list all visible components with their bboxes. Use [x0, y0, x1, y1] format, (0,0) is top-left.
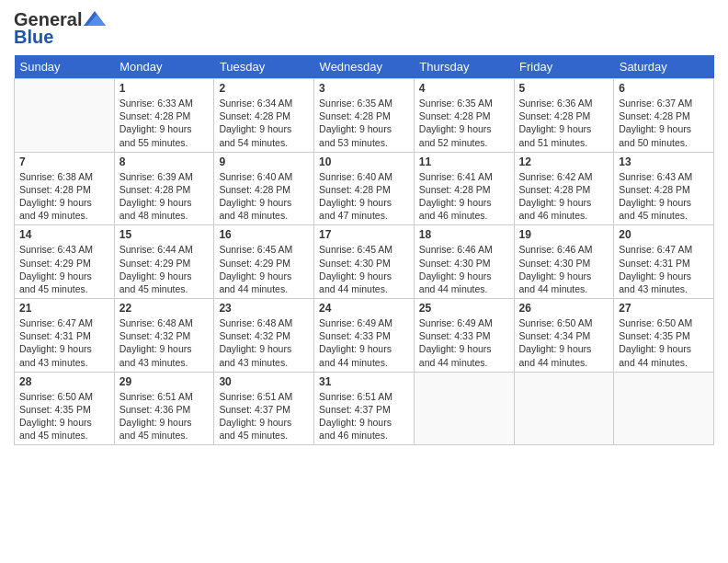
day-info: Sunrise: 6:41 AMSunset: 4:28 PMDaylight:…: [419, 170, 509, 223]
calendar-day-cell: 5Sunrise: 6:36 AMSunset: 4:28 PMDaylight…: [514, 79, 614, 153]
day-info: Sunrise: 6:35 AMSunset: 4:28 PMDaylight:…: [419, 97, 509, 149]
day-info: Sunrise: 6:50 AMSunset: 4:35 PMDaylight:…: [619, 316, 709, 369]
day-number: 11: [419, 155, 509, 168]
day-number: 14: [19, 228, 109, 241]
day-number: 23: [219, 302, 309, 315]
logo-icon: [84, 9, 106, 28]
day-info: Sunrise: 6:40 AMSunset: 4:28 PMDaylight:…: [219, 170, 309, 223]
day-info: Sunrise: 6:47 AMSunset: 4:31 PMDaylight:…: [19, 316, 109, 369]
day-number: 18: [419, 228, 509, 241]
calendar-day-cell: 13Sunrise: 6:43 AMSunset: 4:28 PMDayligh…: [614, 152, 714, 225]
calendar-day-cell: 17Sunrise: 6:45 AMSunset: 4:30 PMDayligh…: [314, 225, 415, 299]
day-number: 31: [319, 375, 409, 388]
calendar-day-cell: 27Sunrise: 6:50 AMSunset: 4:35 PMDayligh…: [614, 299, 714, 373]
day-number: 25: [419, 302, 509, 315]
page-header: General Blue: [14, 9, 714, 48]
day-number: 1: [119, 82, 210, 95]
day-number: 16: [219, 228, 309, 241]
day-info: Sunrise: 6:51 AMSunset: 4:36 PMDaylight:…: [119, 390, 210, 442]
day-number: 27: [619, 302, 709, 315]
calendar-week-row: 14Sunrise: 6:43 AMSunset: 4:29 PMDayligh…: [15, 225, 714, 299]
calendar-day-cell: [414, 372, 514, 445]
day-number: 24: [319, 302, 409, 315]
day-number: 3: [319, 82, 409, 95]
day-info: Sunrise: 6:46 AMSunset: 4:30 PMDaylight:…: [419, 243, 509, 295]
day-number: 19: [519, 228, 609, 241]
calendar-day-cell: 1Sunrise: 6:33 AMSunset: 4:28 PMDaylight…: [114, 79, 214, 153]
day-number: 20: [619, 228, 709, 241]
day-number: 28: [19, 375, 109, 388]
day-info: Sunrise: 6:49 AMSunset: 4:33 PMDaylight:…: [319, 316, 409, 369]
calendar-day-cell: 3Sunrise: 6:35 AMSunset: 4:28 PMDaylight…: [314, 79, 415, 153]
day-number: 22: [119, 302, 210, 315]
day-number: 8: [119, 155, 210, 168]
calendar-day-cell: [614, 372, 714, 445]
day-info: Sunrise: 6:48 AMSunset: 4:32 PMDaylight:…: [119, 316, 210, 369]
day-info: Sunrise: 6:49 AMSunset: 4:33 PMDaylight:…: [419, 316, 509, 369]
calendar-day-cell: 8Sunrise: 6:39 AMSunset: 4:28 PMDaylight…: [114, 152, 214, 225]
day-number: 17: [319, 228, 409, 241]
calendar-week-row: 7Sunrise: 6:38 AMSunset: 4:28 PMDaylight…: [15, 152, 714, 225]
calendar-day-cell: 28Sunrise: 6:50 AMSunset: 4:35 PMDayligh…: [15, 372, 115, 445]
calendar-day-cell: 19Sunrise: 6:46 AMSunset: 4:30 PMDayligh…: [514, 225, 614, 299]
calendar-day-cell: 7Sunrise: 6:38 AMSunset: 4:28 PMDaylight…: [15, 152, 115, 225]
weekday-header: Tuesday: [214, 55, 314, 79]
day-info: Sunrise: 6:48 AMSunset: 4:32 PMDaylight:…: [219, 316, 309, 369]
calendar-week-row: 28Sunrise: 6:50 AMSunset: 4:35 PMDayligh…: [15, 372, 714, 445]
page-container: General Blue SundayMondayTuesdayWednesda…: [0, 0, 728, 454]
day-info: Sunrise: 6:43 AMSunset: 4:28 PMDaylight:…: [619, 170, 709, 223]
day-info: Sunrise: 6:37 AMSunset: 4:28 PMDaylight:…: [619, 97, 709, 149]
logo: General Blue: [14, 9, 106, 48]
calendar-day-cell: 31Sunrise: 6:51 AMSunset: 4:37 PMDayligh…: [314, 372, 415, 445]
day-info: Sunrise: 6:42 AMSunset: 4:28 PMDaylight:…: [519, 170, 609, 223]
weekday-header: Monday: [114, 55, 214, 79]
calendar-week-row: 1Sunrise: 6:33 AMSunset: 4:28 PMDaylight…: [15, 79, 714, 153]
day-info: Sunrise: 6:40 AMSunset: 4:28 PMDaylight:…: [319, 170, 409, 223]
calendar-day-cell: [15, 79, 115, 153]
calendar-day-cell: 10Sunrise: 6:40 AMSunset: 4:28 PMDayligh…: [314, 152, 415, 225]
day-number: 26: [519, 302, 609, 315]
day-number: 30: [219, 375, 309, 388]
calendar-day-cell: 2Sunrise: 6:34 AMSunset: 4:28 PMDaylight…: [214, 79, 314, 153]
day-info: Sunrise: 6:34 AMSunset: 4:28 PMDaylight:…: [219, 97, 309, 149]
weekday-header: Thursday: [414, 55, 514, 79]
day-info: Sunrise: 6:38 AMSunset: 4:28 PMDaylight:…: [19, 170, 109, 223]
day-info: Sunrise: 6:33 AMSunset: 4:28 PMDaylight:…: [119, 97, 210, 149]
day-number: 10: [319, 155, 409, 168]
calendar-day-cell: 21Sunrise: 6:47 AMSunset: 4:31 PMDayligh…: [15, 299, 115, 373]
weekday-header: Saturday: [614, 55, 714, 79]
calendar-day-cell: 11Sunrise: 6:41 AMSunset: 4:28 PMDayligh…: [414, 152, 514, 225]
weekday-header: Wednesday: [314, 55, 415, 79]
day-info: Sunrise: 6:50 AMSunset: 4:35 PMDaylight:…: [19, 390, 109, 442]
day-number: 6: [619, 82, 709, 95]
calendar-day-cell: 24Sunrise: 6:49 AMSunset: 4:33 PMDayligh…: [314, 299, 415, 373]
logo-blue-text: Blue: [14, 27, 53, 48]
calendar-day-cell: 4Sunrise: 6:35 AMSunset: 4:28 PMDaylight…: [414, 79, 514, 153]
weekday-header: Sunday: [15, 55, 115, 79]
day-info: Sunrise: 6:46 AMSunset: 4:30 PMDaylight:…: [519, 243, 609, 295]
day-number: 7: [19, 155, 109, 168]
day-number: 5: [519, 82, 609, 95]
day-info: Sunrise: 6:50 AMSunset: 4:34 PMDaylight:…: [519, 316, 609, 369]
day-info: Sunrise: 6:45 AMSunset: 4:29 PMDaylight:…: [219, 243, 309, 295]
day-info: Sunrise: 6:35 AMSunset: 4:28 PMDaylight:…: [319, 97, 409, 149]
calendar-day-cell: 22Sunrise: 6:48 AMSunset: 4:32 PMDayligh…: [114, 299, 214, 373]
day-number: 4: [419, 82, 509, 95]
calendar-day-cell: 14Sunrise: 6:43 AMSunset: 4:29 PMDayligh…: [15, 225, 115, 299]
day-number: 15: [119, 228, 210, 241]
day-number: 21: [19, 302, 109, 315]
calendar-day-cell: 30Sunrise: 6:51 AMSunset: 4:37 PMDayligh…: [214, 372, 314, 445]
calendar-week-row: 21Sunrise: 6:47 AMSunset: 4:31 PMDayligh…: [15, 299, 714, 373]
day-info: Sunrise: 6:51 AMSunset: 4:37 PMDaylight:…: [219, 390, 309, 442]
day-info: Sunrise: 6:47 AMSunset: 4:31 PMDaylight:…: [619, 243, 709, 295]
day-info: Sunrise: 6:45 AMSunset: 4:30 PMDaylight:…: [319, 243, 409, 295]
day-number: 9: [219, 155, 309, 168]
calendar-day-cell: 26Sunrise: 6:50 AMSunset: 4:34 PMDayligh…: [514, 299, 614, 373]
day-info: Sunrise: 6:39 AMSunset: 4:28 PMDaylight:…: [119, 170, 210, 223]
calendar-day-cell: 25Sunrise: 6:49 AMSunset: 4:33 PMDayligh…: [414, 299, 514, 373]
calendar-day-cell: 12Sunrise: 6:42 AMSunset: 4:28 PMDayligh…: [514, 152, 614, 225]
day-number: 13: [619, 155, 709, 168]
day-number: 2: [219, 82, 309, 95]
calendar-day-cell: 23Sunrise: 6:48 AMSunset: 4:32 PMDayligh…: [214, 299, 314, 373]
day-number: 12: [519, 155, 609, 168]
